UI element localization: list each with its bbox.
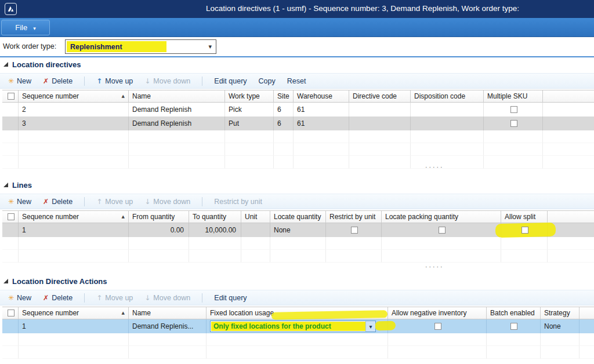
column-header-name[interactable]: Name bbox=[129, 307, 207, 319]
column-header-to-quantity[interactable]: To quantity bbox=[189, 211, 241, 223]
delete-button[interactable]: ✗ Delete bbox=[43, 77, 73, 85]
column-header-locate-quantity[interactable]: Locate quantity bbox=[270, 211, 326, 223]
column-header-allow-split[interactable]: Allow split bbox=[501, 211, 548, 223]
column-header-label: Restrict by unit bbox=[329, 213, 375, 221]
column-header-label: Directive code bbox=[353, 92, 397, 100]
column-header-restrict-by-unit[interactable]: Restrict by unit bbox=[326, 211, 382, 223]
move-down-button[interactable]: ↓ Move down bbox=[144, 294, 190, 302]
toolbar-separator bbox=[202, 197, 202, 206]
more-rows-indicator[interactable]: ····· bbox=[425, 263, 444, 271]
toolbar-separator bbox=[202, 77, 202, 86]
cell-warehouse: 61 bbox=[294, 103, 349, 117]
column-header-site[interactable]: Site bbox=[274, 90, 294, 102]
column-header-sequence-number[interactable]: Sequence number ▲ bbox=[19, 211, 129, 223]
column-header-batch-enabled[interactable]: Batch enabled bbox=[487, 307, 541, 319]
highlighter-mark bbox=[271, 310, 387, 319]
move-up-button[interactable]: ↑ Move up bbox=[96, 294, 133, 302]
row-selector-cell[interactable] bbox=[2, 319, 19, 333]
sort-ascending-icon: ▲ bbox=[122, 311, 126, 315]
column-header-sequence-number[interactable]: Sequence number ▲ bbox=[19, 90, 129, 102]
new-button[interactable]: ✳ New bbox=[8, 294, 31, 302]
select-all-checkbox-cell[interactable] bbox=[2, 90, 19, 102]
column-header-name[interactable]: Name bbox=[129, 90, 225, 102]
move-up-button[interactable]: ↑ Move up bbox=[96, 77, 133, 85]
toolbar-separator bbox=[84, 77, 85, 86]
column-header-warehouse[interactable]: Warehouse bbox=[294, 90, 349, 102]
file-menu-button[interactable]: File ▾ bbox=[1, 20, 50, 35]
column-header-label: Name bbox=[132, 92, 151, 100]
row-selector-cell[interactable] bbox=[2, 103, 19, 117]
edit-query-button[interactable]: Edit query bbox=[214, 294, 247, 302]
actions-toolbar: ✳ New ✗ Delete ↑ Move up ↓ Move down Edi… bbox=[0, 290, 594, 305]
grid-row-selected[interactable]: 1 Demand Replenis... Only fixed location… bbox=[2, 319, 594, 333]
work-order-type-combobox[interactable]: Replenishment ▾ bbox=[65, 39, 216, 54]
row-selector-cell[interactable] bbox=[2, 223, 19, 237]
move-up-button[interactable]: ↑ Move up bbox=[96, 198, 133, 206]
move-up-button-label: Move up bbox=[105, 77, 133, 85]
delete-button[interactable]: ✗ Delete bbox=[43, 198, 73, 206]
cell-to-quantity: 10,000.00 bbox=[189, 223, 241, 237]
edit-query-button-label: Edit query bbox=[214, 77, 247, 85]
section-header-lines[interactable]: Lines bbox=[0, 179, 594, 191]
column-header-locate-packing-quantity[interactable]: Locate packing quantity bbox=[382, 211, 501, 223]
delete-icon: ✗ bbox=[43, 198, 49, 205]
restrict-by-unit-button[interactable]: Restrict by unit bbox=[214, 198, 262, 206]
column-header-fixed-location-usage[interactable]: Fixed location usage bbox=[207, 307, 388, 319]
select-all-checkbox[interactable] bbox=[8, 93, 15, 100]
cell-multiple-sku bbox=[484, 103, 543, 117]
column-header-sequence-number[interactable]: Sequence number ▲ bbox=[19, 307, 129, 319]
grid-row[interactable]: 2 Demand Replenish Pick 6 61 bbox=[2, 103, 594, 117]
cell-work-type: Put bbox=[225, 117, 274, 130]
delete-button[interactable]: ✗ Delete bbox=[43, 294, 73, 302]
column-header-work-type[interactable]: Work type bbox=[225, 90, 274, 102]
allow-negative-inventory-checkbox[interactable] bbox=[434, 323, 441, 330]
select-all-checkbox-cell[interactable] bbox=[2, 307, 19, 319]
move-down-button[interactable]: ↓ Move down bbox=[144, 77, 190, 85]
chevron-down-icon[interactable]: ▾ bbox=[365, 321, 375, 332]
fixed-location-usage-combobox[interactable]: Only fixed locations for the product ▾ bbox=[210, 321, 376, 332]
delete-button-label: Delete bbox=[52, 198, 73, 206]
allow-split-checkbox[interactable] bbox=[521, 227, 528, 234]
column-header-label: Allow negative inventory bbox=[392, 309, 466, 317]
select-all-checkbox[interactable] bbox=[8, 213, 15, 220]
move-down-button[interactable]: ↓ Move down bbox=[144, 198, 190, 206]
restrict-by-unit-checkbox[interactable] bbox=[351, 227, 358, 234]
cell-name: Demand Replenish bbox=[129, 117, 225, 130]
grid-row-selected[interactable]: 3 Demand Replenish Put 6 61 bbox=[2, 117, 594, 130]
column-header-directive-code[interactable]: Directive code bbox=[349, 90, 411, 102]
multiple-sku-checkbox[interactable] bbox=[510, 106, 517, 113]
cell-directive-code bbox=[349, 103, 411, 117]
reset-button[interactable]: Reset bbox=[287, 77, 306, 85]
column-header-allow-negative-inventory[interactable]: Allow negative inventory bbox=[388, 307, 487, 319]
cell-restrict-by-unit bbox=[326, 223, 382, 237]
new-button-label: New bbox=[17, 77, 31, 85]
cell-site: 6 bbox=[274, 103, 294, 117]
column-header-from-quantity[interactable]: From quantity bbox=[129, 211, 189, 223]
chevron-down-icon[interactable]: ▾ bbox=[208, 43, 212, 50]
section-header-location-directives[interactable]: Location directives bbox=[0, 58, 594, 71]
grid-row-empty bbox=[2, 156, 594, 169]
column-header-strategy[interactable]: Strategy bbox=[541, 307, 579, 319]
column-header-multiple-sku[interactable]: Multiple SKU bbox=[484, 90, 543, 102]
cell-from-quantity: 0.00 bbox=[129, 223, 189, 237]
cell-name: Demand Replenish bbox=[129, 103, 225, 117]
directives-grid: Sequence number ▲ Name Work type Site Wa… bbox=[0, 90, 594, 169]
row-selector-cell[interactable] bbox=[2, 117, 19, 130]
select-all-checkbox[interactable] bbox=[8, 310, 15, 316]
edit-query-button[interactable]: Edit query bbox=[214, 77, 247, 85]
new-button[interactable]: ✳ New bbox=[8, 198, 31, 206]
grid-row-selected[interactable]: 1 0.00 10,000.00 None bbox=[2, 223, 594, 237]
cell-locate-packing-quantity bbox=[382, 223, 501, 237]
column-header-unit[interactable]: Unit bbox=[241, 211, 270, 223]
multiple-sku-checkbox[interactable] bbox=[510, 120, 517, 127]
column-header-disposition-code[interactable]: Disposition code bbox=[411, 90, 484, 102]
batch-enabled-checkbox[interactable] bbox=[510, 323, 517, 330]
more-rows-indicator[interactable]: ····· bbox=[425, 163, 444, 171]
sort-ascending-icon: ▲ bbox=[122, 214, 126, 219]
locate-packing-quantity-checkbox[interactable] bbox=[439, 227, 446, 234]
cell-multiple-sku bbox=[484, 117, 543, 130]
select-all-checkbox-cell[interactable] bbox=[2, 211, 19, 223]
section-header-location-directive-actions[interactable]: Location Directive Actions bbox=[0, 275, 594, 287]
copy-button[interactable]: Copy bbox=[259, 77, 276, 85]
new-button[interactable]: ✳ New bbox=[8, 77, 31, 85]
